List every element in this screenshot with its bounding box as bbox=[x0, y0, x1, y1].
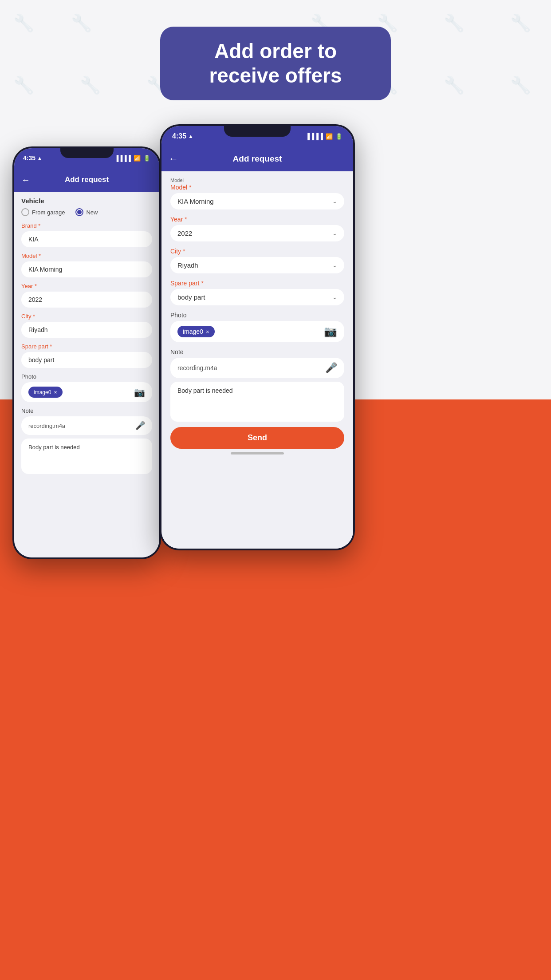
model-input-1[interactable]: KIA Morning bbox=[21, 261, 152, 277]
camera-icon-1[interactable]: 📷 bbox=[134, 387, 145, 398]
battery-1: 🔋 bbox=[143, 155, 150, 162]
brand-label: Brand * bbox=[21, 222, 152, 229]
form-1: Vehicle From garage New Brand * KIA bbox=[14, 192, 159, 557]
signal-2: ▐▐▐▐ bbox=[305, 133, 323, 140]
app-title-1: Add request bbox=[65, 175, 109, 184]
note-textarea-2[interactable]: Body part is needed bbox=[170, 382, 344, 422]
spare-part-input-2[interactable]: body part ⌄ bbox=[170, 289, 344, 305]
radio-new-circle bbox=[75, 208, 83, 216]
wifi-1: 📶 bbox=[134, 155, 141, 162]
note-field-2[interactable]: recording.m4a 🎤 bbox=[170, 358, 344, 378]
spare-part-label-2: Spare part * bbox=[170, 280, 344, 287]
phone-2: 4:35 ▲ ▐▐▐▐ 📶 🔋 ← Add request Model bbox=[160, 124, 355, 550]
radio-group-1: From garage New bbox=[21, 208, 152, 216]
city-label-1: City * bbox=[21, 313, 152, 320]
battery-2: 🔋 bbox=[335, 133, 342, 140]
app-header-1: ← Add request bbox=[14, 168, 159, 192]
signal-1: ▐▐▐▐ bbox=[114, 155, 131, 162]
app-title-2: Add request bbox=[233, 154, 282, 164]
city-input-1[interactable]: Riyadh bbox=[21, 322, 152, 338]
year-input-2[interactable]: 2022 ⌄ bbox=[170, 225, 344, 241]
photo-field-2[interactable]: image0 × 📷 bbox=[170, 321, 344, 342]
camera-icon-2[interactable]: 📷 bbox=[324, 325, 337, 338]
year-label-2: Year * bbox=[170, 216, 344, 223]
radio-garage-label: From garage bbox=[32, 209, 65, 216]
remove-photo-1[interactable]: × bbox=[54, 389, 57, 395]
year-label-1: Year * bbox=[21, 283, 152, 289]
notch-2 bbox=[224, 124, 291, 137]
location-icon-2: ▲ bbox=[188, 133, 193, 139]
year-chevron: ⌄ bbox=[332, 230, 337, 237]
time-1: 4:35 bbox=[23, 154, 35, 162]
time-2: 4:35 bbox=[172, 132, 186, 140]
spare-part-label-1: Spare part * bbox=[21, 343, 152, 350]
app-header-2: ← Add request bbox=[161, 146, 353, 171]
location-icon-1: ▲ bbox=[37, 155, 42, 161]
radio-new[interactable]: New bbox=[75, 208, 98, 216]
form-2: Model Model * KIA Morning ⌄ Year * 2022 … bbox=[161, 171, 353, 549]
photo-tag-1: image0 × bbox=[28, 387, 63, 398]
photo-field-1[interactable]: image0 × 📷 bbox=[21, 382, 152, 402]
city-input-2[interactable]: Riyadh ⌄ bbox=[170, 257, 344, 273]
spare-part-chevron: ⌄ bbox=[332, 294, 337, 300]
radio-new-label: New bbox=[86, 209, 98, 216]
model-label-2: Model * bbox=[170, 184, 344, 191]
mic-icon-1[interactable]: 🎤 bbox=[135, 421, 145, 431]
send-button[interactable]: Send bbox=[170, 427, 344, 449]
home-indicator-2 bbox=[231, 452, 284, 454]
mic-icon-2[interactable]: 🎤 bbox=[325, 362, 337, 374]
header-title: Add order to receive offers bbox=[191, 39, 360, 88]
phone-1: 4:35 ▲ ▐▐▐▐ 📶 🔋 ← Add request Vehicle bbox=[12, 146, 161, 559]
note-field-1[interactable]: recording.m4a 🎤 bbox=[21, 416, 152, 435]
header-banner: Add order to receive offers bbox=[160, 27, 391, 100]
screen-1: 4:35 ▲ ▐▐▐▐ 📶 🔋 ← Add request Vehicle bbox=[14, 148, 159, 557]
brand-input[interactable]: KIA bbox=[21, 231, 152, 247]
remove-photo-2[interactable]: × bbox=[206, 328, 209, 335]
spare-part-input-1[interactable]: body part bbox=[21, 352, 152, 368]
radio-garage-circle bbox=[21, 208, 29, 216]
photo-tag-2: image0 × bbox=[177, 326, 215, 337]
city-label-2: City * bbox=[170, 248, 344, 255]
model-partial-label: Model bbox=[170, 178, 344, 183]
note-label-1: Note bbox=[21, 407, 152, 414]
notch-1 bbox=[60, 146, 114, 158]
wifi-2: 📶 bbox=[326, 133, 333, 140]
model-input-2[interactable]: KIA Morning ⌄ bbox=[170, 193, 344, 209]
year-input-1[interactable]: 2022 bbox=[21, 292, 152, 308]
back-button-1[interactable]: ← bbox=[21, 175, 30, 185]
note-label-2: Note bbox=[170, 348, 344, 356]
photo-label-1: Photo bbox=[21, 373, 152, 380]
photo-label-2: Photo bbox=[170, 312, 344, 319]
city-chevron: ⌄ bbox=[332, 262, 337, 269]
model-label-1: Model * bbox=[21, 253, 152, 259]
screen-2: 4:35 ▲ ▐▐▐▐ 📶 🔋 ← Add request Model bbox=[161, 126, 353, 549]
back-button-2[interactable]: ← bbox=[169, 153, 178, 165]
model-chevron: ⌄ bbox=[332, 198, 337, 205]
note-textarea-1[interactable]: Body part is needed bbox=[21, 439, 152, 474]
vehicle-section-title: Vehicle bbox=[21, 197, 152, 205]
radio-garage[interactable]: From garage bbox=[21, 208, 65, 216]
